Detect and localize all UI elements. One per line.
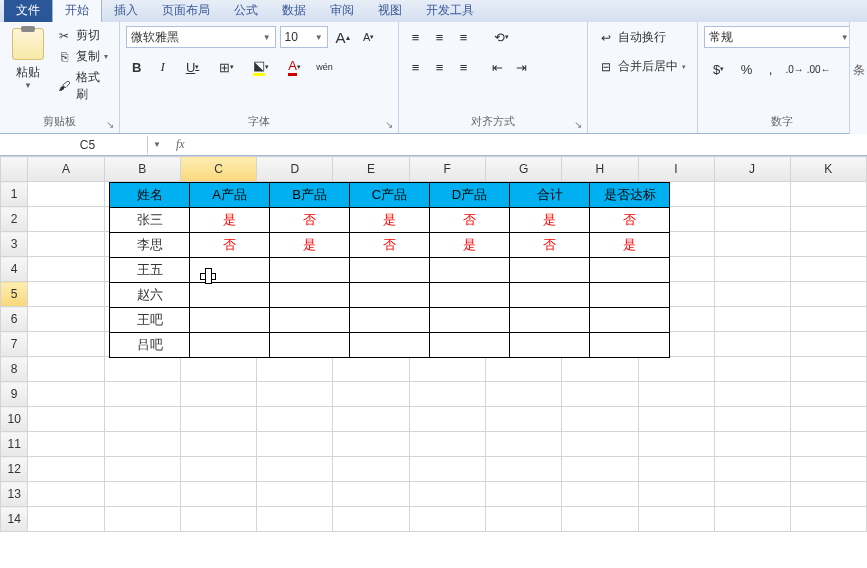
cell-K11[interactable] — [790, 432, 866, 457]
table-cell[interactable]: 否 — [350, 233, 430, 258]
fill-color-button[interactable]: ⬕▾ — [246, 56, 276, 78]
cell-I11[interactable] — [638, 432, 714, 457]
row-header-10[interactable]: 10 — [1, 407, 28, 432]
cell-D11[interactable] — [257, 432, 333, 457]
cell-A13[interactable] — [28, 482, 104, 507]
cell-H14[interactable] — [562, 507, 638, 532]
row-header-5[interactable]: 5 — [1, 282, 28, 307]
cell-A5[interactable] — [28, 282, 104, 307]
cell-B8[interactable] — [104, 357, 180, 382]
cell-E8[interactable] — [333, 357, 409, 382]
cell-K3[interactable] — [790, 232, 866, 257]
table-cell[interactable] — [590, 283, 670, 308]
cell-I12[interactable] — [638, 457, 714, 482]
cell-D12[interactable] — [257, 457, 333, 482]
row-header-4[interactable]: 4 — [1, 257, 28, 282]
tab-data[interactable]: 数据 — [270, 0, 318, 22]
row-header-2[interactable]: 2 — [1, 207, 28, 232]
table-cell[interactable] — [190, 308, 270, 333]
cell-B14[interactable] — [104, 507, 180, 532]
cell-F12[interactable] — [409, 457, 485, 482]
table-cell[interactable]: 是 — [350, 208, 430, 233]
cell-J6[interactable] — [714, 307, 790, 332]
cell-J13[interactable] — [714, 482, 790, 507]
cell-D13[interactable] — [257, 482, 333, 507]
table-cell[interactable] — [270, 333, 350, 358]
phonetic-button[interactable]: wén — [314, 56, 336, 78]
cell-J5[interactable] — [714, 282, 790, 307]
name-box-dropdown[interactable]: ▼ — [148, 140, 166, 149]
table-cell[interactable] — [270, 283, 350, 308]
cell-A8[interactable] — [28, 357, 104, 382]
tab-home[interactable]: 开始 — [52, 0, 102, 22]
cell-K5[interactable] — [790, 282, 866, 307]
cell-B13[interactable] — [104, 482, 180, 507]
table-cell[interactable]: 王吧 — [110, 308, 190, 333]
table-cell[interactable]: 是 — [190, 208, 270, 233]
tab-review[interactable]: 审阅 — [318, 0, 366, 22]
cell-I8[interactable] — [638, 357, 714, 382]
table-cell[interactable]: 否 — [190, 233, 270, 258]
cell-A11[interactable] — [28, 432, 104, 457]
col-header-G[interactable]: G — [485, 157, 561, 182]
table-cell[interactable]: 否 — [510, 233, 590, 258]
table-cell[interactable] — [430, 283, 510, 308]
cell-H12[interactable] — [562, 457, 638, 482]
table-cell[interactable]: 是 — [270, 233, 350, 258]
align-left-button[interactable]: ≡ — [405, 56, 427, 78]
row-header-3[interactable]: 3 — [1, 232, 28, 257]
table-cell[interactable]: 王五 — [110, 258, 190, 283]
table-cell[interactable]: 否 — [590, 208, 670, 233]
increase-decimal-button[interactable]: .0→ — [784, 58, 806, 80]
table-cell[interactable] — [590, 333, 670, 358]
cell-K2[interactable] — [790, 207, 866, 232]
wrap-text-button[interactable]: ↩自动换行 — [594, 26, 691, 49]
cell-C10[interactable] — [180, 407, 256, 432]
table-cell[interactable] — [430, 308, 510, 333]
table-cell[interactable]: 张三 — [110, 208, 190, 233]
select-all[interactable] — [1, 157, 28, 182]
cell-D14[interactable] — [257, 507, 333, 532]
cell-C8[interactable] — [180, 357, 256, 382]
cell-K8[interactable] — [790, 357, 866, 382]
cell-J11[interactable] — [714, 432, 790, 457]
cell-A14[interactable] — [28, 507, 104, 532]
cell-E14[interactable] — [333, 507, 409, 532]
cell-F13[interactable] — [409, 482, 485, 507]
cell-H13[interactable] — [562, 482, 638, 507]
table-cell[interactable] — [510, 333, 590, 358]
cell-F8[interactable] — [409, 357, 485, 382]
cell-D10[interactable] — [257, 407, 333, 432]
underline-button[interactable]: U▾ — [178, 56, 208, 78]
cell-A2[interactable] — [28, 207, 104, 232]
cell-G12[interactable] — [485, 457, 561, 482]
align-bottom-button[interactable]: ≡ — [453, 26, 475, 48]
cell-A6[interactable] — [28, 307, 104, 332]
cell-C14[interactable] — [180, 507, 256, 532]
align-right-button[interactable]: ≡ — [453, 56, 475, 78]
col-header-I[interactable]: I — [638, 157, 714, 182]
font-color-button[interactable]: A▾ — [280, 56, 310, 78]
cell-K10[interactable] — [790, 407, 866, 432]
cell-F14[interactable] — [409, 507, 485, 532]
cell-F10[interactable] — [409, 407, 485, 432]
name-box[interactable]: C5 — [28, 136, 148, 154]
cell-G14[interactable] — [485, 507, 561, 532]
table-cell[interactable]: 否 — [430, 208, 510, 233]
table-cell[interactable] — [350, 258, 430, 283]
align-middle-button[interactable]: ≡ — [429, 26, 451, 48]
table-cell[interactable]: 赵六 — [110, 283, 190, 308]
col-header-B[interactable]: B — [104, 157, 180, 182]
cell-E11[interactable] — [333, 432, 409, 457]
cell-J3[interactable] — [714, 232, 790, 257]
table-cell[interactable]: 是 — [430, 233, 510, 258]
cell-A3[interactable] — [28, 232, 104, 257]
worksheet-grid[interactable]: ABCDEFGHIJK1234567891011121314 姓名A产品B产品C… — [0, 156, 867, 532]
cell-A1[interactable] — [28, 182, 104, 207]
cell-J1[interactable] — [714, 182, 790, 207]
cell-J4[interactable] — [714, 257, 790, 282]
italic-button[interactable]: I — [152, 56, 174, 78]
cell-G9[interactable] — [485, 382, 561, 407]
col-header-K[interactable]: K — [790, 157, 866, 182]
table-cell[interactable] — [510, 308, 590, 333]
